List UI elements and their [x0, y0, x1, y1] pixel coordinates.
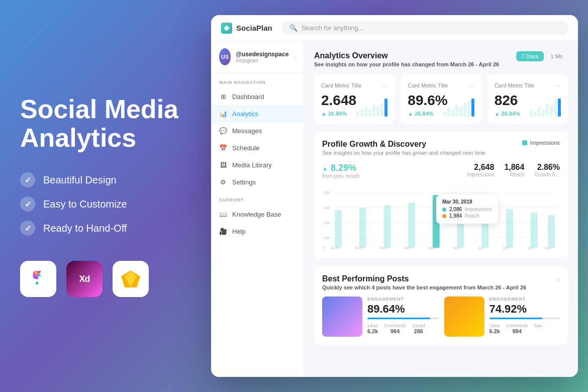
post-thumbnail-2: [444, 297, 484, 337]
metric-label: Card Metric Title: [495, 82, 535, 88]
analytics-title: Analytics Overview: [314, 51, 499, 60]
sidebar-item-media-library[interactable]: 🖼 Media Library: [211, 156, 304, 173]
more-icon[interactable]: ···: [382, 81, 388, 89]
nav-section-label: Main Navigation: [211, 73, 304, 88]
hero-title: Social MediaAnalytics: [20, 95, 191, 152]
stat-reach: 1,864 Reach: [504, 163, 524, 177]
messages-icon: 💬: [219, 127, 227, 135]
svg-rect-26: [548, 215, 555, 248]
chart-area: 2,250 2,000 1,750 1,500 0: [322, 185, 560, 250]
nav-item-label: Settings: [232, 178, 256, 186]
posts-title: Best Performing Posts: [322, 274, 526, 283]
sidebar-item-knowledge-base[interactable]: 📖 Knowledge Base: [211, 206, 304, 223]
tooltip-reach-dot: [442, 214, 446, 218]
engagement-label: Engagement: [489, 297, 560, 302]
svg-text:2,000: 2,000: [323, 206, 330, 210]
engagement-value: 74.92%: [489, 303, 560, 316]
engagement-value: 89.64%: [367, 303, 438, 316]
nav-item-label: Knowledge Base: [232, 211, 281, 218]
growth-pct: 8.29%: [331, 163, 356, 173]
nav-item-label: Analytics: [232, 110, 258, 118]
post-item-1: Engagement 89.64% Likes 6.2k: [322, 297, 438, 337]
feature-item: Easy to Customize: [20, 197, 191, 212]
figma-icon: [20, 261, 56, 297]
sidebar-item-analytics[interactable]: 📊 Analytics: [211, 105, 304, 122]
metric-card-2: Card Metric Title ··· 89.6% ▲ 26.84%: [401, 74, 481, 124]
growth-pct-block: ▲ 8.29% from prev. month: [322, 163, 360, 179]
time-tab-1mo[interactable]: 1 Mo: [546, 51, 568, 61]
svg-text:Mar 27: Mar 27: [355, 246, 363, 250]
check-icon: [20, 197, 35, 212]
avatar: US: [219, 48, 231, 65]
brand-name: SociaPlan: [236, 24, 272, 32]
main-layout: US @usedesignspace Instagram › Main Navi…: [211, 41, 578, 377]
tooltip-reach-label: Reach: [465, 213, 479, 219]
svg-rect-19: [383, 205, 390, 248]
post-engagement-1: Engagement 89.64% Likes 6.2k: [367, 297, 438, 334]
settings-icon: ⚙: [219, 178, 227, 186]
metric-card-1: Card Metric Title ··· 2.648 ▲ 26.84%: [314, 74, 395, 124]
profile-section[interactable]: US @usedesignspace Instagram ›: [211, 41, 304, 73]
post-stat-likes: Likes 6.2k: [367, 323, 378, 334]
metric-card-header: Card Metric Title ···: [321, 81, 387, 89]
svg-text:0: 0: [323, 246, 324, 250]
sidebar-item-dashboard[interactable]: ⊞ Dashboard: [211, 88, 304, 105]
feature-label: Ready to Hand-Off: [43, 223, 127, 234]
chart-tooltip: Mar 30, 2019 2,086 Impressions 1,984 Rea…: [436, 195, 498, 224]
sidebar-item-settings[interactable]: ⚙ Settings: [211, 173, 304, 190]
feature-label: Easy to Customize: [43, 199, 127, 210]
search-bar[interactable]: 🔍 Search for anything...: [282, 21, 568, 35]
svg-rect-17: [335, 210, 342, 248]
growth-card: Profile Growth & Discovery See insights …: [314, 132, 568, 258]
time-tab-7days[interactable]: 7 Days: [516, 51, 543, 61]
post-stat-likes: Likes 6.2k: [489, 323, 500, 334]
sidebar-item-help[interactable]: 🎥 Help: [211, 223, 304, 240]
svg-text:Mar 30: Mar 30: [429, 246, 437, 250]
growth-stats: 2,648 Impressions 1,864 Reach 2.86% Grow…: [467, 163, 560, 177]
feature-label: Beautiful Design: [43, 174, 117, 186]
analytics-section-header: Analytics Overview See insights on how y…: [314, 51, 568, 67]
legend-label: Impressions: [530, 140, 560, 146]
logo: SociaPlan: [221, 23, 272, 34]
metric-label: Card Metric Title: [321, 82, 361, 88]
app-window: SociaPlan 🔍 Search for anything... US @u…: [211, 15, 578, 377]
tooltip-impressions-value: 2,086: [449, 207, 462, 212]
chevron-right-icon: ›: [293, 54, 296, 60]
sidebar-item-schedule[interactable]: 📅 Schedule: [211, 139, 304, 156]
post-stats: Likes 6.2k Comments 984 Saved 286: [367, 323, 438, 334]
post-stat-saved: Sav...: [534, 323, 545, 334]
time-tabs: 7 Days 1 Mo: [516, 51, 568, 61]
analytics-subtitle: See insights on how your profile has cha…: [314, 61, 499, 67]
check-icon: [20, 172, 35, 187]
sidebar-item-messages[interactable]: 💬 Messages: [211, 122, 304, 139]
more-icon[interactable]: ···: [468, 81, 474, 89]
post-stat-comments: Comments 984: [384, 323, 406, 334]
schedule-icon: 📅: [219, 144, 227, 152]
metric-chart: [443, 96, 474, 117]
svg-rect-25: [531, 213, 538, 248]
tooltip-date: Mar 30, 2019: [442, 199, 492, 205]
growth-title: Profile Growth & Discovery: [322, 140, 485, 149]
svg-text:Mar 26: Mar 26: [331, 246, 339, 250]
svg-text:Apr 3: Apr 3: [528, 246, 534, 250]
svg-text:2,250: 2,250: [323, 190, 330, 194]
growth-subtitle: See insights on how your profile has gro…: [322, 150, 485, 156]
tooltip-impressions-label: Impressions: [465, 207, 492, 212]
posts-card: Best Performing Posts Quickly see which …: [314, 266, 568, 345]
metric-card-3: Card Metric Title ··· 826 ▲ 26.84%: [487, 74, 568, 124]
metric-cards: Card Metric Title ··· 2.648 ▲ 26.84%: [314, 74, 568, 124]
profile-info: @usedesignspace Instagram: [236, 51, 288, 63]
post-stat-comments: Comments 984: [506, 323, 528, 334]
profile-sub: Instagram: [236, 58, 288, 63]
more-icon[interactable]: ···: [555, 81, 561, 89]
collapse-icon[interactable]: ‹: [557, 274, 560, 285]
feature-item: Ready to Hand-Off: [20, 221, 191, 236]
svg-rect-18: [359, 208, 366, 248]
posts-grid: Engagement 89.64% Likes 6.2k: [322, 297, 560, 337]
nav-item-label: Media Library: [232, 161, 272, 169]
nav-item-label: Help: [232, 228, 246, 235]
nav-item-label: Schedule: [232, 144, 259, 152]
tooltip-impressions-row: 2,086 Impressions: [442, 207, 492, 212]
svg-text:1,750: 1,750: [323, 221, 330, 225]
dashboard-icon: ⊞: [219, 92, 227, 101]
